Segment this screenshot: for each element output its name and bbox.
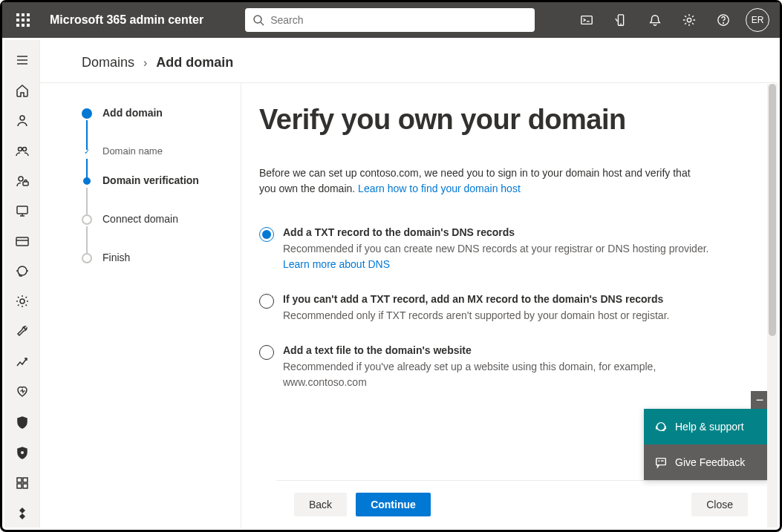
settings-icon[interactable]: [673, 2, 706, 38]
top-bar: Microsoft 365 admin center ER: [2, 2, 780, 38]
svg-point-22: [18, 147, 22, 151]
users-icon[interactable]: [4, 106, 40, 135]
svg-rect-39: [656, 459, 666, 465]
nav-toggle-icon[interactable]: [4, 46, 40, 75]
app-launcher-icon[interactable]: [8, 2, 38, 38]
svg-line-10: [261, 22, 264, 25]
svg-point-9: [254, 16, 261, 23]
svg-point-32: [20, 299, 25, 303]
option-txt-record[interactable]: Add a TXT record to the domain's DNS rec…: [259, 226, 720, 272]
chevron-right-icon: ›: [143, 56, 147, 70]
svg-point-23: [22, 147, 26, 151]
radio-file[interactable]: [259, 345, 274, 360]
left-nav-rail: [4, 40, 40, 528]
back-button[interactable]: Back: [294, 493, 347, 516]
home-icon[interactable]: [4, 76, 40, 105]
shield-1-icon[interactable]: [4, 409, 40, 438]
svg-rect-2: [27, 13, 30, 16]
search-icon: [252, 14, 264, 26]
help-icon[interactable]: [707, 2, 740, 38]
step-add-domain: Add domain: [82, 107, 241, 119]
account-avatar[interactable]: ER: [746, 8, 769, 32]
svg-rect-25: [23, 182, 28, 185]
help-support-button[interactable]: Help & support: [644, 409, 769, 444]
svg-point-24: [19, 177, 23, 181]
option-mx-record[interactable]: If you can't add a TXT record, add an MX…: [259, 293, 720, 324]
option-text-file[interactable]: Add a text file to the domain's website …: [259, 344, 720, 390]
continue-button[interactable]: Continue: [356, 493, 431, 516]
svg-rect-11: [581, 16, 592, 24]
svg-rect-34: [17, 478, 22, 482]
setup-icon[interactable]: [4, 317, 40, 346]
step-domain-name: ✓ Domain name: [82, 145, 241, 157]
svg-point-21: [20, 116, 25, 120]
svg-point-33: [21, 451, 24, 454]
learn-dns-link[interactable]: Learn more about DNS: [283, 258, 390, 270]
svg-rect-26: [17, 206, 27, 214]
svg-rect-1: [22, 13, 25, 16]
search-box[interactable]: [245, 8, 535, 32]
reports-icon[interactable]: [4, 347, 40, 376]
shell-icon[interactable]: [570, 2, 603, 38]
step-connect-domain: Connect domain: [82, 213, 241, 225]
close-button[interactable]: Close: [691, 493, 748, 516]
svg-rect-37: [23, 484, 27, 488]
scrollbar-thumb[interactable]: [769, 84, 776, 336]
feedback-icon: [654, 456, 668, 469]
roles-icon[interactable]: [4, 166, 40, 195]
devices-icon[interactable]: [4, 197, 40, 226]
svg-point-17: [723, 23, 724, 24]
help-collapse-icon[interactable]: −: [751, 391, 769, 409]
shield-2-icon[interactable]: [4, 439, 40, 467]
radio-mx[interactable]: [259, 294, 274, 309]
headset-icon: [654, 420, 668, 433]
admin-centers-icon[interactable]: [4, 469, 40, 498]
svg-rect-6: [16, 24, 19, 27]
radio-txt[interactable]: [259, 227, 274, 242]
wizard-stepper: Add domain ✓ Domain name Domain verifica…: [40, 83, 241, 528]
scrollbar[interactable]: [767, 84, 778, 528]
breadcrumb: Domains › Add domain: [40, 40, 778, 76]
breadcrumb-current: Add domain: [156, 55, 233, 70]
health-icon[interactable]: [4, 377, 40, 406]
svg-rect-0: [16, 13, 19, 16]
breadcrumb-parent[interactable]: Domains: [82, 55, 134, 70]
brand-title: Microsoft 365 admin center: [44, 13, 209, 27]
nav-customize-icon[interactable]: [4, 499, 40, 528]
teams-icon[interactable]: [4, 137, 40, 165]
page-title: Verify you own your domain: [259, 104, 733, 136]
step-domain-verification: Domain verification: [82, 174, 241, 186]
svg-rect-7: [22, 24, 25, 27]
svg-rect-5: [27, 19, 30, 22]
notifications-icon[interactable]: [639, 2, 671, 38]
search-input[interactable]: [270, 14, 527, 26]
svg-rect-36: [17, 484, 22, 488]
gear-icon[interactable]: [4, 287, 40, 316]
help-widget: − Help & support Give Feedback: [644, 409, 769, 480]
give-feedback-button[interactable]: Give Feedback: [644, 444, 769, 480]
svg-rect-4: [22, 19, 25, 22]
svg-rect-35: [23, 478, 27, 482]
wizard-footer: Back Continue Close: [276, 480, 778, 528]
mobile-icon[interactable]: [605, 2, 637, 38]
svg-rect-29: [16, 237, 28, 246]
learn-host-link[interactable]: Learn how to find your domain host: [358, 183, 521, 194]
support-icon[interactable]: [4, 257, 40, 286]
billing-icon[interactable]: [4, 226, 40, 255]
svg-rect-3: [16, 19, 19, 22]
intro-text: Before we can set up contoso.com, we nee…: [259, 165, 705, 197]
svg-rect-8: [27, 24, 30, 27]
svg-point-15: [687, 18, 691, 22]
step-finish: Finish: [82, 252, 241, 263]
